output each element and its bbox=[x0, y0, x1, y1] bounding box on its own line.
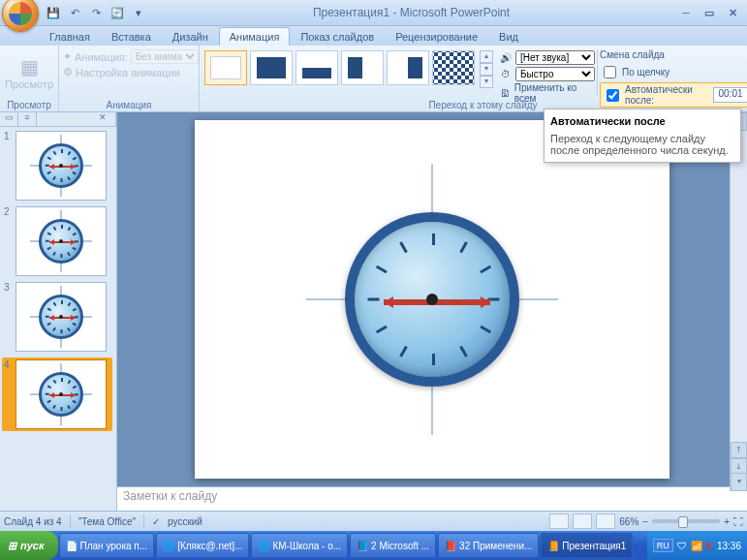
gallery-down[interactable]: ▾ bbox=[480, 63, 493, 76]
language-indicator[interactable]: русский bbox=[168, 516, 202, 527]
animation-selector[interactable]: ✦ Анимация: Без анимац... bbox=[63, 49, 195, 64]
sorter-view-button[interactable] bbox=[573, 513, 592, 529]
gear-icon: ⚙ bbox=[63, 66, 73, 78]
zoom-value[interactable]: 66% bbox=[619, 516, 638, 527]
task-item-2[interactable]: 🌐КМ-Школа - о... bbox=[251, 533, 348, 558]
transition-5[interactable] bbox=[387, 50, 429, 85]
group-animation-label: Анимация bbox=[59, 100, 199, 110]
slide-thumb-2[interactable]: 2 bbox=[4, 206, 112, 276]
close-button[interactable]: ✕ bbox=[722, 5, 743, 20]
undo-button[interactable]: ↶ bbox=[66, 4, 83, 21]
task-item-3[interactable]: 📘2 Microsoft ... bbox=[350, 533, 436, 558]
task-icon: 📕 bbox=[445, 541, 456, 551]
tab-animation[interactable]: Анимация bbox=[219, 27, 291, 46]
zoom-slider[interactable] bbox=[652, 519, 720, 523]
preview-button[interactable]: ▦ Просмотр bbox=[2, 47, 56, 98]
transition-none[interactable] bbox=[204, 50, 247, 85]
windows-icon: ⊞ bbox=[8, 540, 16, 552]
tab-slideshow[interactable]: Показ слайдов bbox=[290, 27, 385, 46]
redo-button[interactable]: ↷ bbox=[87, 4, 105, 21]
tooltip-body: Переход к следующему слайду после опреде… bbox=[550, 133, 734, 156]
clock-pivot bbox=[426, 294, 438, 305]
slide-number: 2 bbox=[4, 206, 12, 276]
gallery-more[interactable]: ▾ bbox=[480, 76, 493, 88]
lang-indicator[interactable]: RU bbox=[653, 539, 673, 552]
task-label: 2 Microsoft ... bbox=[371, 541, 429, 551]
slide-thumb-3[interactable]: 3 bbox=[4, 282, 112, 352]
slide-number: 1 bbox=[4, 131, 12, 201]
minimize-button[interactable]: ─ bbox=[675, 5, 697, 20]
slide-canvas[interactable] bbox=[195, 120, 669, 479]
slideshow-view-button[interactable] bbox=[596, 513, 615, 529]
maximize-button[interactable]: ▭ bbox=[699, 5, 720, 20]
task-icon: 📙 bbox=[547, 541, 559, 551]
slide-panel: ▭ ≡ ✕ 1 2 3 4 bbox=[0, 112, 117, 511]
custom-anim-label: Настройка анимации bbox=[76, 67, 180, 78]
tab-design[interactable]: Дизайн bbox=[162, 27, 219, 46]
theme-indicator: "Тема Office" bbox=[78, 516, 136, 527]
ribbon: ▦ Просмотр Просмотр ✦ Анимация: Без аним… bbox=[0, 46, 747, 112]
tooltip-title: Автоматически после bbox=[550, 115, 734, 127]
minute-hand bbox=[432, 299, 490, 305]
spellcheck-icon[interactable]: ✓ bbox=[152, 516, 160, 527]
anim-dropdown[interactable]: Без анимац... bbox=[131, 49, 199, 64]
anim-label: Анимация: bbox=[75, 51, 128, 63]
on-click-label: По щелчку bbox=[622, 67, 669, 78]
task-label: 32 Применени... bbox=[459, 541, 532, 551]
speed-icon: ⏱ bbox=[498, 66, 514, 81]
star-icon: ✦ bbox=[63, 50, 72, 63]
task-icon: 📘 bbox=[357, 541, 368, 551]
tab-home[interactable]: Главная bbox=[39, 27, 101, 46]
tooltip: Автоматически после Переход к следующему… bbox=[544, 109, 741, 163]
status-bar: Слайд 4 из 4 "Тема Office" ✓ русский 66%… bbox=[0, 511, 747, 531]
transition-2[interactable] bbox=[250, 50, 293, 85]
vertical-scrollbar[interactable]: ▴ ⤒⤓ ▾ bbox=[730, 112, 747, 491]
outline-tab[interactable]: ≡ bbox=[18, 112, 37, 126]
tab-view[interactable]: Вид bbox=[488, 27, 529, 46]
task-item-5[interactable]: 📙Презентация1 bbox=[541, 533, 633, 558]
tab-review[interactable]: Рецензирование bbox=[385, 27, 488, 46]
repeat-button[interactable]: 🔄 bbox=[109, 4, 126, 21]
window-title: Презентация1 - Microsoft PowerPoint bbox=[147, 6, 675, 19]
tray-icon-2[interactable]: 📶 bbox=[691, 541, 702, 551]
apply-icon: 🖻 bbox=[498, 85, 513, 101]
task-item-0[interactable]: 📄План урока п... bbox=[59, 533, 155, 558]
clock-shape[interactable] bbox=[345, 212, 519, 387]
on-click-checkbox[interactable]: По щелчку bbox=[600, 63, 747, 81]
zoom-out[interactable]: − bbox=[642, 516, 648, 527]
zoom-in[interactable]: + bbox=[724, 516, 730, 527]
fit-button[interactable]: ⛶ bbox=[733, 516, 743, 527]
notes-pane[interactable]: Заметки к слайду bbox=[117, 486, 747, 511]
slide-number: 3 bbox=[4, 282, 12, 352]
sound-select[interactable]: [Нет звука] bbox=[515, 50, 595, 65]
tray-icon-3[interactable]: K bbox=[706, 541, 713, 551]
task-icon: 📄 bbox=[66, 541, 78, 551]
transition-6[interactable] bbox=[432, 50, 475, 85]
speed-select[interactable]: Быстро bbox=[515, 67, 595, 81]
task-item-1[interactable]: 🌐[Клякс@.net]... bbox=[156, 533, 249, 558]
save-button[interactable]: 💾 bbox=[45, 4, 62, 21]
tray-icon-1[interactable]: 🛡 bbox=[677, 541, 687, 551]
preview-icon: ▦ bbox=[20, 55, 39, 78]
transition-4[interactable] bbox=[341, 50, 384, 85]
group-preview-label: Просмотр bbox=[0, 100, 58, 110]
task-label: План урока п... bbox=[80, 541, 148, 551]
clock[interactable]: 13:36 bbox=[717, 541, 741, 551]
task-item-4[interactable]: 📕32 Применени... bbox=[438, 533, 539, 558]
qat-dropdown[interactable]: ▾ bbox=[130, 4, 147, 21]
transition-gallery[interactable]: ▴ ▾ ▾ bbox=[202, 47, 496, 98]
slides-tab[interactable]: ▭ bbox=[0, 112, 18, 126]
ribbon-tabs: Главная Вставка Дизайн Анимация Показ сл… bbox=[0, 26, 747, 46]
slide-number: 4 bbox=[4, 359, 12, 429]
transition-3[interactable] bbox=[296, 50, 338, 85]
gallery-up[interactable]: ▴ bbox=[480, 50, 493, 63]
task-label: КМ-Школа - о... bbox=[272, 541, 341, 551]
slide-thumb-4[interactable]: 4 bbox=[2, 358, 112, 431]
panel-close[interactable]: ✕ bbox=[90, 112, 116, 126]
start-button[interactable]: ⊞ пуск bbox=[0, 531, 58, 560]
quick-access-toolbar: 💾 ↶ ↷ 🔄 ▾ bbox=[45, 4, 147, 21]
slide-thumb-1[interactable]: 1 bbox=[4, 131, 112, 201]
tab-insert[interactable]: Вставка bbox=[101, 27, 162, 46]
custom-animation-button[interactable]: ⚙ Настройка анимации bbox=[63, 66, 195, 78]
normal-view-button[interactable] bbox=[549, 513, 569, 529]
